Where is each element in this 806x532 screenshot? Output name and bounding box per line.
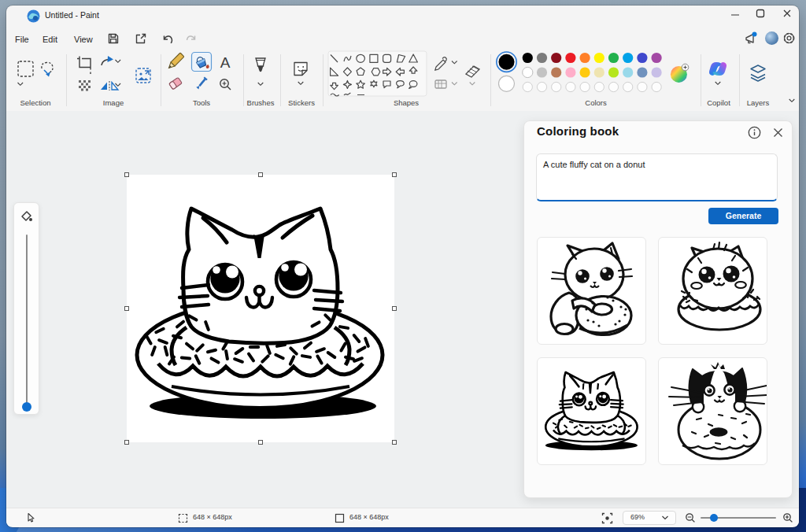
svg-text:A: A xyxy=(220,54,231,71)
